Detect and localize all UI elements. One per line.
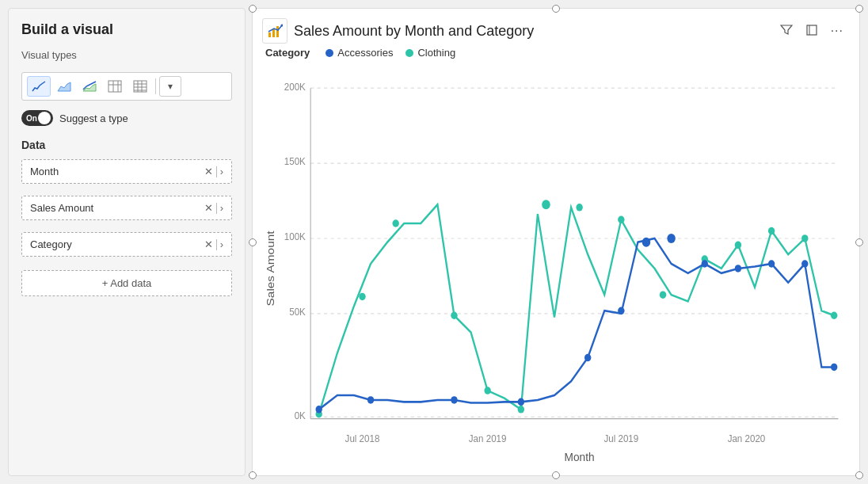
- handle-top-center[interactable]: [552, 5, 560, 13]
- accessories-line: [319, 238, 834, 410]
- divider: [155, 78, 156, 94]
- suggest-label: Suggest a type: [59, 112, 128, 124]
- field-sales-actions: ✕ ›: [204, 202, 223, 214]
- svg-point-35: [359, 293, 365, 300]
- svg-point-51: [518, 398, 524, 406]
- accessories-point: [315, 406, 322, 413]
- handle-mid-right[interactable]: [855, 238, 863, 246]
- svg-point-43: [660, 291, 666, 298]
- svg-point-57: [735, 265, 741, 272]
- main-container: Build a visual Visual types: [0, 0, 868, 484]
- svg-rect-14: [276, 26, 279, 37]
- svg-text:50K: 50K: [289, 307, 306, 318]
- chart-area: Sales Amount by Month and Category ··· C…: [252, 8, 860, 476]
- svg-point-52: [584, 354, 591, 361]
- accessories-label: Accessories: [337, 47, 393, 59]
- svg-rect-13: [272, 29, 275, 37]
- clothing-line: [319, 204, 834, 413]
- toggle-on-label: On: [26, 114, 37, 123]
- svg-point-39: [518, 406, 524, 413]
- panel-title: Build a visual: [21, 21, 232, 38]
- handle-bottom-left[interactable]: [249, 471, 257, 479]
- area-chart-icon[interactable]: [52, 76, 76, 97]
- data-label: Data: [21, 139, 232, 151]
- visual-types-row: ▾: [21, 72, 232, 101]
- field-sales-amount: Sales Amount ✕ ›: [21, 196, 232, 220]
- svg-rect-12: [268, 32, 271, 37]
- visual-types-dropdown[interactable]: ▾: [159, 76, 181, 97]
- svg-point-55: [667, 234, 676, 243]
- svg-text:Jul 2018: Jul 2018: [345, 433, 380, 445]
- svg-text:Jul 2019: Jul 2019: [603, 433, 638, 445]
- action-divider-3: [216, 239, 217, 250]
- legend-clothing: Clothing: [405, 47, 455, 59]
- field-category-clear[interactable]: ✕: [204, 238, 213, 250]
- svg-point-47: [801, 234, 808, 242]
- svg-point-37: [451, 311, 457, 318]
- toggle-knob: [38, 112, 51, 124]
- expand-icon[interactable]: [802, 22, 821, 40]
- action-divider-2: [216, 203, 217, 214]
- svg-marker-0: [58, 82, 70, 91]
- chart-body: Sales Amount 200K 150K 100K 50K 0K Jul 2…: [262, 62, 847, 466]
- chart-type-button[interactable]: [262, 18, 287, 44]
- y-axis-label: Sales Amount: [265, 231, 276, 306]
- matrix-icon[interactable]: [128, 76, 152, 97]
- handle-bottom-right[interactable]: [855, 471, 863, 479]
- field-sales-clear[interactable]: ✕: [204, 202, 213, 214]
- svg-point-58: [768, 260, 775, 267]
- field-month-arrow[interactable]: ›: [220, 166, 223, 177]
- svg-text:150K: 150K: [284, 156, 306, 168]
- svg-point-50: [451, 396, 457, 403]
- more-options-icon[interactable]: ···: [828, 22, 847, 40]
- svg-point-53: [618, 307, 624, 314]
- svg-text:0K: 0K: [295, 410, 306, 421]
- svg-text:Jan 2020: Jan 2020: [728, 433, 766, 445]
- svg-text:Jan 2019: Jan 2019: [469, 433, 507, 445]
- svg-point-40: [542, 200, 550, 209]
- legend-accessories: Accessories: [326, 47, 393, 59]
- field-month-clear[interactable]: ✕: [204, 166, 213, 177]
- legend-title: Category: [265, 47, 310, 59]
- handle-mid-left[interactable]: [249, 238, 257, 246]
- field-category-arrow[interactable]: ›: [220, 238, 223, 250]
- visual-types-label: Visual types: [21, 49, 232, 61]
- svg-rect-16: [807, 25, 817, 35]
- field-category-name: Category: [30, 238, 72, 250]
- table-icon[interactable]: [103, 76, 127, 97]
- svg-point-60: [831, 364, 837, 371]
- line-chart-icon[interactable]: [27, 76, 51, 97]
- handle-top-right[interactable]: [855, 5, 863, 13]
- svg-point-46: [768, 227, 775, 234]
- chart-title-row: Sales Amount by Month and Category: [262, 18, 534, 44]
- chart-title: Sales Amount by Month and Category: [294, 23, 534, 40]
- accessories-dot: [326, 49, 333, 57]
- field-sales-name: Sales Amount: [30, 202, 93, 214]
- svg-text:Month: Month: [565, 450, 595, 463]
- field-month-name: Month: [30, 166, 59, 177]
- field-month: Month ✕ ›: [21, 159, 232, 184]
- svg-point-59: [801, 260, 808, 267]
- svg-point-48: [831, 311, 837, 318]
- field-category-actions: ✕ ›: [204, 238, 223, 250]
- svg-point-41: [576, 204, 582, 211]
- suggest-toggle[interactable]: On: [21, 110, 53, 126]
- clothing-dot: [405, 49, 413, 57]
- chart-svg: Sales Amount 200K 150K 100K 50K 0K Jul 2…: [262, 62, 847, 466]
- svg-point-36: [392, 219, 398, 227]
- svg-point-49: [367, 396, 374, 403]
- filter-icon[interactable]: [777, 22, 796, 40]
- chart-toolbar: ···: [777, 22, 847, 40]
- field-sales-arrow[interactable]: ›: [220, 202, 223, 214]
- chart-legend: Category Accessories Clothing: [265, 47, 847, 59]
- field-category: Category ✕ ›: [21, 232, 232, 257]
- line-area-combo-icon[interactable]: [78, 76, 101, 97]
- svg-text:200K: 200K: [284, 81, 306, 93]
- svg-text:100K: 100K: [284, 231, 306, 243]
- handle-top-left[interactable]: [249, 5, 257, 13]
- svg-point-56: [702, 260, 708, 267]
- add-data-button[interactable]: + Add data: [21, 270, 232, 296]
- handle-bottom-center[interactable]: [552, 471, 560, 479]
- suggest-type-row: On Suggest a type: [21, 110, 232, 126]
- svg-point-54: [642, 238, 651, 247]
